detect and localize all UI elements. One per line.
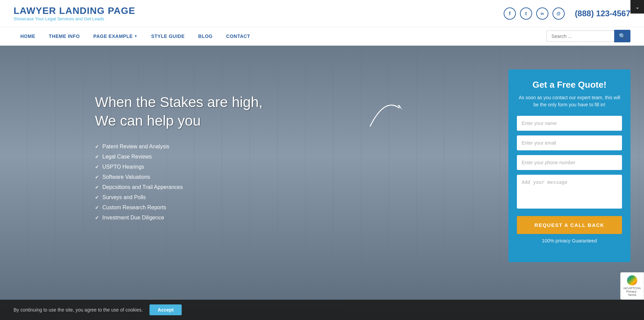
list-item: Investment Due Diligence <box>95 215 488 221</box>
hero-list: Patent Review and Analysis Legal Case Re… <box>95 144 488 221</box>
sidebar-toggle[interactable]: ⌄ <box>630 0 644 14</box>
list-item: Legal Case Reviews <box>95 154 488 160</box>
message-field[interactable] <box>517 175 622 209</box>
nav-links: HOME THEME INFO PAGE EXAMPLE ▼ STYLE GUI… <box>14 28 257 44</box>
hero-left: When the Stakes are high,We can help you… <box>95 66 488 221</box>
search-icon: 🔍 <box>619 33 626 39</box>
nav-item-blog[interactable]: BLOG <box>192 28 219 44</box>
recaptcha-text: reCAPTCHAPrivacy · Terms <box>624 286 641 297</box>
social-icons: f t in @ <box>504 7 565 20</box>
form-description: As soon as you contact our expert team, … <box>517 94 622 108</box>
list-item: USPTO Hearings <box>95 164 488 170</box>
phone-number: (888) 123-4567 <box>575 9 630 18</box>
recaptcha-logo <box>627 275 637 285</box>
email-field[interactable] <box>517 135 622 150</box>
hero-arrow-decoration <box>363 90 407 134</box>
list-item: Software Valuations <box>95 174 488 180</box>
facebook-icon[interactable]: f <box>504 7 516 20</box>
top-right: f t in @ (888) 123-4567 <box>504 7 630 20</box>
form-title: Get a Free Quote! <box>517 80 622 90</box>
top-bar: LAWYER LANDING PAGE Showcase Your Legal … <box>0 0 644 27</box>
cookie-accept-button[interactable]: Accept <box>149 304 182 315</box>
nav-item-style-guide[interactable]: STYLE GUIDE <box>144 28 192 44</box>
hero-headline: When the Stakes are high,We can help you <box>95 93 488 130</box>
list-item: Depcsitions and Trail Apperances <box>95 184 488 190</box>
chevron-down-icon: ⌄ <box>635 4 640 10</box>
list-item: Surveys and Polls <box>95 194 488 200</box>
nav-search: 🔍 <box>546 30 630 42</box>
brand-subtitle: Showcase Your Legal Services and Get Lea… <box>14 16 135 21</box>
brand: LAWYER LANDING PAGE Showcase Your Legal … <box>14 5 135 21</box>
search-button[interactable]: 🔍 <box>614 30 630 42</box>
nav-item-contact[interactable]: CONTACT <box>219 28 257 44</box>
nav-item-home[interactable]: HOME <box>14 28 42 44</box>
linkedin-icon[interactable]: in <box>536 7 548 20</box>
nav-item-theme-info[interactable]: THEME INFO <box>42 28 86 44</box>
brand-title: LAWYER LANDING PAGE <box>14 5 135 16</box>
cookie-message: By continuing to use the site, you agree… <box>14 307 143 313</box>
list-item: Patent Review and Analysis <box>95 144 488 150</box>
nav-item-page-example[interactable]: PAGE EXAMPLE ▼ <box>86 28 144 44</box>
nav-bar: HOME THEME INFO PAGE EXAMPLE ▼ STYLE GUI… <box>0 27 644 46</box>
cookie-banner: By continuing to use the site, you agree… <box>0 300 644 320</box>
search-input[interactable] <box>546 30 614 42</box>
hero-section: When the Stakes are high,We can help you… <box>0 46 644 320</box>
recaptcha-badge: reCAPTCHAPrivacy · Terms <box>620 272 644 300</box>
submit-button[interactable]: REQUEST A CALL BACK <box>517 216 622 234</box>
phone-field[interactable] <box>517 155 622 170</box>
dropdown-arrow-icon: ▼ <box>134 34 138 38</box>
hero-content: When the Stakes are high,We can help you… <box>0 46 644 320</box>
quote-form: Get a Free Quote! As soon as you contact… <box>508 69 630 262</box>
privacy-text: 100% privacy Guaranteed <box>517 237 622 244</box>
twitter-icon[interactable]: t <box>520 7 532 20</box>
name-field[interactable] <box>517 116 622 131</box>
list-item: Custom Research Reports <box>95 205 488 211</box>
instagram-icon[interactable]: @ <box>552 7 565 20</box>
